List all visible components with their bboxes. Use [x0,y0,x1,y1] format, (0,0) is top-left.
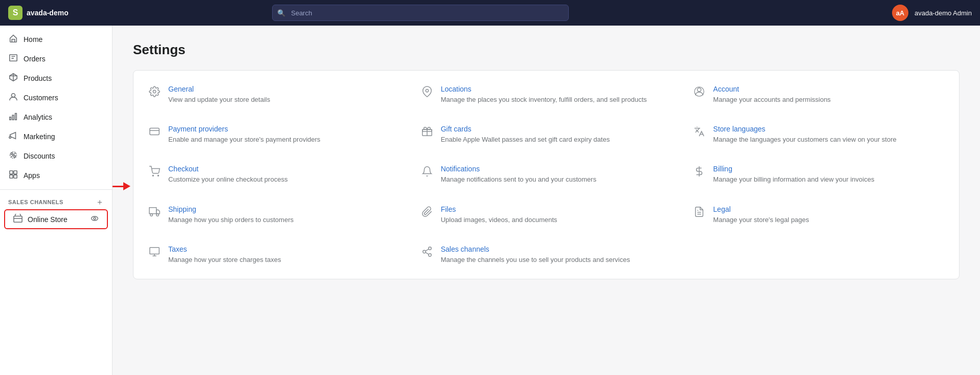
svg-point-4 [11,94,15,97]
svg-point-19 [94,217,96,219]
svg-rect-15 [14,175,17,178]
settings-item-account[interactable]: Account Manage your accounts and permiss… [682,75,955,115]
locations-desc: Manage the places you stock inventory, f… [441,95,647,104]
sidebar-item-discounts[interactable]: Discounts [0,146,112,166]
general-title: General [168,85,270,93]
home-icon [8,34,18,45]
settings-item-locations[interactable]: Locations Manage the places you stock in… [410,75,683,115]
svg-rect-7 [15,114,17,120]
legal-desc: Manage your store's legal pages [713,215,809,225]
sales-channels-label: SALES CHANNELS [8,199,63,205]
svg-point-28 [152,175,153,177]
account-desc: Manage your accounts and permissions [713,95,831,104]
sidebar-item-online-store[interactable]: Online Store [4,209,108,229]
billing-title: Billing [713,165,874,173]
marketing-icon [8,131,18,142]
settings-item-files[interactable]: Files Upload images, videos, and documen… [410,195,683,235]
products-icon [8,73,18,84]
orders-icon [8,53,18,64]
customers-icon [8,92,18,103]
settings-item-billing[interactable]: Billing Manage your billing information … [682,155,955,194]
online-store-icon [13,214,23,225]
settings-item-gift-cards[interactable]: Gift cards Enable Apple Wallet passes an… [410,115,683,155]
settings-item-shipping[interactable]: Shipping Manage how you ship orders to c… [138,195,410,235]
sidebar-label-products: Products [24,74,52,82]
search-input[interactable] [272,5,569,21]
locations-title: Locations [441,85,647,93]
sales-channels-settings-icon [420,246,434,260]
add-sales-channel-button[interactable]: ＋ [96,198,104,206]
svg-point-22 [698,88,701,92]
svg-point-18 [92,216,98,220]
sidebar-item-apps[interactable]: Apps [0,166,112,185]
svg-line-11 [11,153,16,158]
payment-desc: Enable and manage your store's payment p… [168,135,320,144]
checkout-desc: Customize your online checkout process [168,175,287,184]
billing-desc: Manage your billing information and view… [713,175,874,184]
eye-icon[interactable] [91,214,99,224]
svg-rect-31 [149,207,157,213]
svg-point-8 [9,137,11,139]
admin-name-label: avada-demo Admin [915,9,972,17]
taxes-icon [148,246,161,260]
locations-icon [420,86,434,100]
store-logo-area[interactable]: S avada-demo [8,6,110,20]
sidebar-item-analytics[interactable]: Analytics [0,107,112,127]
sidebar-label-customers: Customers [24,94,58,102]
avatar[interactable]: aA [892,5,908,21]
billing-icon [693,166,706,180]
store-languages-title: Store languages [713,125,896,133]
store-name: avada-demo [27,9,69,17]
arrow-annotation [113,182,130,190]
svg-rect-13 [14,171,17,174]
settings-item-payment[interactable]: Payment providers Enable and manage your… [138,115,410,155]
notifications-title: Notifications [441,165,596,173]
svg-point-40 [422,250,426,253]
checkout-icon [148,166,161,180]
shipping-title: Shipping [168,205,294,213]
general-desc: View and update your store details [168,95,270,104]
sidebar-item-customers[interactable]: Customers [0,88,112,107]
svg-rect-12 [10,171,13,174]
taxes-desc: Manage how your store charges taxes [168,255,281,264]
apps-icon [8,170,18,181]
settings-item-notifications[interactable]: Notifications Manage notifications sent … [410,155,683,194]
settings-item-legal[interactable]: Legal Manage your store's legal pages [682,195,955,235]
empty-cell [682,235,955,275]
discounts-icon [8,150,18,162]
svg-rect-36 [150,248,159,254]
page-title: Settings [133,42,960,58]
settings-item-checkout[interactable]: Checkout Customize your online checkout … [138,155,410,194]
legal-title: Legal [713,205,809,213]
svg-rect-14 [10,175,13,178]
sidebar-item-marketing[interactable]: Marketing [0,127,112,146]
sidebar-item-products[interactable]: Products [0,69,112,88]
svg-rect-6 [12,115,14,120]
payment-icon [148,126,161,140]
svg-rect-5 [10,117,11,120]
sidebar-label-marketing: Marketing [24,133,55,141]
settings-item-general[interactable]: General View and update your store detai… [138,75,410,115]
svg-point-32 [150,213,153,216]
search-bar: 🔍 [272,5,569,21]
taxes-title: Taxes [168,245,281,253]
sidebar-item-home[interactable]: Home [0,30,112,49]
main-layout: Home Orders Products Customers Analytics [0,26,980,375]
sidebar: Home Orders Products Customers Analytics [0,26,113,375]
account-title: Account [713,85,831,93]
settings-item-store-languages[interactable]: Store languages Manage the languages you… [682,115,955,155]
svg-point-21 [426,89,429,92]
svg-point-39 [428,247,431,250]
sales-channels-settings-title: Sales channels [441,245,630,253]
sidebar-label-home: Home [24,35,42,43]
sidebar-label-orders: Orders [24,55,46,63]
svg-point-20 [153,90,156,93]
shipping-desc: Manage how you ship orders to customers [168,215,294,225]
settings-item-sales-channels[interactable]: Sales channels Manage the channels you u… [410,235,683,275]
sidebar-item-orders[interactable]: Orders [0,49,112,69]
online-store-label: Online Store [28,215,68,224]
shipping-icon [148,206,161,220]
sales-channels-settings-desc: Manage the channels you use to sell your… [441,255,630,264]
settings-item-taxes[interactable]: Taxes Manage how your store charges taxe… [138,235,410,275]
sales-channels-header: SALES CHANNELS ＋ [0,194,112,208]
